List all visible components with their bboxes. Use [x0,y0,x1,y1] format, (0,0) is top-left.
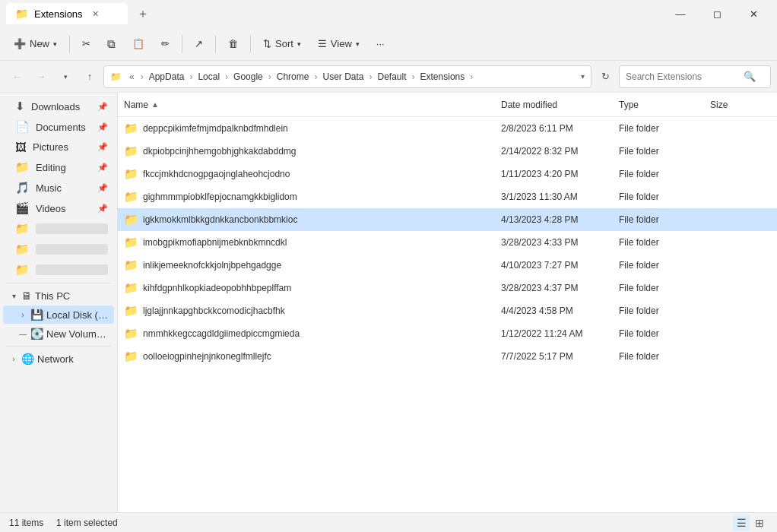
sidebar-item-documents[interactable]: 📄 Documents 📌 [3,117,114,137]
toolbar-separator-3 [215,35,216,53]
col-header-name[interactable]: Name ▲ [124,100,501,110]
sidebar-label-downloads: Downloads [31,101,91,112]
maximize-button[interactable]: ◻ [699,0,734,27]
path-item-extensions[interactable]: Extensions [418,71,468,83]
sidebar-item-videos[interactable]: 🎬 Videos 📌 [3,198,114,218]
large-icons-view-button[interactable]: ⊞ [751,515,768,531]
table-row[interactable]: 📁 deppcpikimfefmjmdpalknbdfmhdlein 2/8/2… [118,117,777,140]
sidebar-item-blurred-3[interactable]: 📁 [3,260,114,280]
path-item-appdata[interactable]: AppData [147,71,187,83]
title-tab[interactable]: 📁 Extensions ✕ [6,3,128,24]
file-date-cell: 4/13/2023 4:28 PM [501,214,619,225]
table-row[interactable]: 📁 fkccjmkhdcnogpgaojnglaheohcjodno 1/11/… [118,163,777,185]
refresh-button[interactable]: ↻ [595,66,616,87]
path-item-default[interactable]: Default [376,71,409,83]
path-sep-1: › [189,71,192,82]
table-row[interactable]: 📁 dkpiobpcinjhhemgobhjghkakdabddmg 2/14/… [118,140,777,163]
sidebar-item-downloads[interactable]: ⬇ Downloads 📌 [3,97,114,116]
details-view-button[interactable]: ☰ [733,515,750,531]
path-sep-6: › [412,71,415,82]
tab-folder-icon: 📁 [15,8,28,20]
sidebar-item-editing[interactable]: 📁 Editing 📌 [3,157,114,177]
folder-icon: 📁 [124,144,138,158]
sidebar-item-blurred-2[interactable]: 📁 [3,239,114,259]
col-date-label: Date modified [501,100,557,110]
sidebar-item-blurred-1[interactable]: 📁 [3,219,114,239]
rename-button[interactable]: ✏ [154,34,177,53]
sort-button[interactable]: ⇅ Sort ▾ [255,34,309,53]
search-box[interactable]: 🔍 [619,65,771,88]
folder-icon: 📁 [124,304,138,318]
minimize-button[interactable]: — [663,0,698,27]
file-name-cell: 📁 inlikjemeeknofckkjolnjbpehgadgge [124,258,501,272]
recent-locations-button[interactable]: ▾ [55,66,76,87]
col-header-type[interactable]: Type [619,100,710,110]
newvolume-expand-icon: — [18,330,27,338]
folder-icon: 📁 [124,281,138,295]
delete-button[interactable]: 🗑 [220,34,246,53]
title-bar-left: 📁 Extensions ✕ ＋ [6,3,154,24]
table-row[interactable]: 📁 inlikjemeeknofckkjolnjbpehgadgge 4/10/… [118,254,777,277]
paste-button[interactable]: 📋 [125,34,152,53]
file-date-cell: 4/4/2023 4:58 PM [501,306,619,316]
sort-label: Sort [275,38,293,49]
file-type-cell: File folder [619,328,710,339]
tab-close-button[interactable]: ✕ [92,9,99,19]
table-row[interactable]: 📁 oolloeiogpinhejnjnkoneglfmllejfc 7/7/2… [118,345,777,368]
view-button[interactable]: ☰ View ▾ [310,34,367,53]
col-header-date[interactable]: Date modified [501,100,619,110]
path-item-local[interactable]: Local [195,71,222,83]
file-name-text: oolloeiogpinhejnjnkoneglfmllejfc [143,351,271,362]
search-icon: 🔍 [744,71,756,82]
more-button[interactable]: ··· [369,34,392,53]
table-row[interactable]: 📁 imobgpikmofiapbnijmebknbkmncdkl 3/28/2… [118,231,777,254]
close-button[interactable]: ✕ [736,0,771,27]
file-type-cell: File folder [619,306,710,316]
sidebar-label-videos: Videos [36,203,91,214]
file-date-cell: 2/8/2023 6:11 PM [501,123,619,134]
sidebar-label-network: Network [37,353,108,365]
sidebar-blurred-2 [36,244,108,255]
sidebar-label-localdisk: Local Disk (C:) [46,309,108,321]
address-path[interactable]: 📁 « › AppData › Local › Google › Chrome … [103,65,591,88]
share-button[interactable]: ↗ [187,34,211,53]
table-row[interactable]: 📁 kihfdgpnhlkopkiadeopobhhbpeplffam 3/28… [118,277,777,299]
network-expand-icon: › [9,355,18,363]
file-type-cell: File folder [619,146,710,157]
col-header-size[interactable]: Size [710,100,771,110]
path-item-chrome[interactable]: Chrome [274,71,312,83]
file-name-cell: 📁 dkpiobpcinjhhemgobhjghkakdabddmg [124,144,501,158]
sidebar-item-localdisk[interactable]: › 💾 Local Disk (C:) [3,306,114,324]
status-info: 11 items 1 item selected [9,518,118,528]
path-item-userdata[interactable]: User Data [320,71,366,83]
path-dropdown-icon[interactable]: ▾ [581,72,585,81]
path-item-google[interactable]: Google [231,71,265,83]
thispc-icon: 🖥 [21,290,32,302]
table-row[interactable]: 📁 gighmmmpiobklfepjocnamgkkbiglidom 3/1/… [118,185,777,208]
toolbar-separator-2 [182,35,182,53]
forward-button[interactable]: → [30,66,52,87]
sidebar-item-newvolume[interactable]: — 💽 New Volume (D [3,325,114,343]
table-row[interactable]: 📁 igkkmokkmlbkkgdnkkancbonkbbmkioc 4/13/… [118,208,777,231]
file-type-cell: File folder [619,169,710,179]
back-button[interactable]: ← [6,66,27,87]
copy-button[interactable]: ⧉ [100,33,123,55]
view-dropdown-icon: ▾ [356,40,360,48]
localdisk-icon: 💾 [30,309,43,321]
table-row[interactable]: 📁 nmmhkkegccagdldgiimedpiccmgmieda 1/12/… [118,322,777,345]
file-type-cell: File folder [619,123,710,134]
sidebar-item-network[interactable]: › 🌐 Network [3,350,114,368]
new-button[interactable]: ➕ New ▾ [6,34,65,53]
search-input[interactable] [626,71,740,82]
sidebar-item-pictures[interactable]: 🖼 Pictures 📌 [3,138,114,157]
sort-dropdown-icon: ▾ [297,40,301,48]
sidebar-pin-videos: 📌 [97,204,108,214]
sidebar-item-thispc[interactable]: ▾ 🖥 This PC [3,287,114,305]
cut-button[interactable]: ✂ [75,34,98,53]
delete-icon: 🗑 [228,38,238,49]
sidebar-blurred-3 [36,264,108,275]
up-button[interactable]: ↑ [79,66,100,87]
sidebar-item-music[interactable]: 🎵 Music 📌 [3,178,114,198]
new-tab-button[interactable]: ＋ [132,3,154,24]
table-row[interactable]: 📁 ljglajjnnkapghbckkcomodicjhacbfhk 4/4/… [118,299,777,322]
